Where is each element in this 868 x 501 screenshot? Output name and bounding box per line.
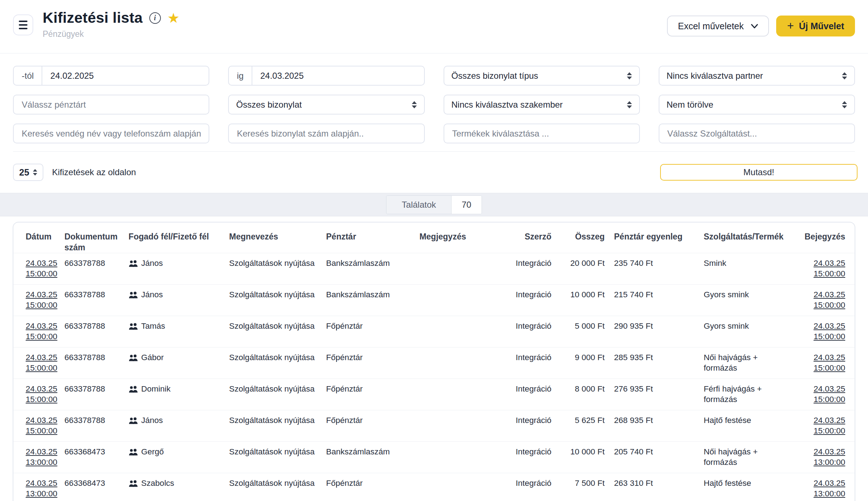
- amount-cell: 5 000 Ft: [561, 316, 614, 347]
- balance-cell: 268 935 Ft: [614, 410, 704, 442]
- filters-section: -tól 24.02.2025 ig 24.03.2025 Összes biz…: [0, 53, 868, 152]
- partner-select[interactable]: Nincs kiválasztva partner: [659, 66, 855, 86]
- date-from-field[interactable]: -tól 24.02.2025: [13, 66, 209, 86]
- balance-cell: 290 935 Ft: [614, 316, 704, 347]
- header-actions: Excel műveletek + Új Művelet: [667, 16, 855, 36]
- row-entry-link[interactable]: 24.03.2515:00:00: [796, 352, 845, 373]
- page-size-value: 25: [19, 167, 29, 178]
- products-select-input[interactable]: [444, 124, 640, 143]
- document-number-cell: 663378788: [64, 410, 128, 442]
- hamburger-menu-button[interactable]: [13, 14, 33, 35]
- breadcrumb: Pénzügyek: [43, 29, 180, 39]
- payments-table: Dátum Dokumentum szám Fogadó fél/Fizető …: [13, 223, 855, 501]
- document-number-cell: 663378788: [64, 379, 128, 410]
- excel-operations-label: Excel műveletek: [678, 21, 744, 31]
- people-icon: [129, 323, 138, 330]
- cash-register-cell: Bankszámlaszám: [326, 253, 419, 285]
- table-row: 24.03.2515:00:00 663378788 János Szolgál…: [13, 285, 855, 316]
- date-cell: 24.03.2515:00:00: [13, 316, 64, 347]
- people-icon: [129, 291, 138, 299]
- date-to-field[interactable]: ig 24.03.2025: [228, 66, 424, 86]
- deleted-select-value: Nem törölve: [667, 100, 713, 110]
- document-type-select[interactable]: Összes bizonylat típus: [444, 66, 640, 86]
- date-to-prefix: ig: [229, 66, 252, 85]
- author-cell: Integráció: [506, 316, 561, 347]
- favorite-star-icon[interactable]: ★: [167, 11, 180, 25]
- col-date: Dátum: [13, 223, 64, 253]
- balance-cell: 276 935 Ft: [614, 379, 704, 410]
- note-cell: [419, 347, 506, 379]
- name-cell: Szolgáltatások nyújtása: [229, 379, 326, 410]
- entry-cell: 24.03.2515:00:00: [796, 379, 855, 410]
- entry-cell: 24.03.2513:00:00: [796, 473, 855, 501]
- table-row: 24.03.2515:00:00 663378788 Tamás Szolgál…: [13, 316, 855, 347]
- author-cell: Integráció: [506, 285, 561, 316]
- results-tab-label[interactable]: Találatok: [386, 196, 452, 214]
- results-tabs: Találatok 70: [386, 195, 482, 214]
- people-icon: [129, 354, 138, 362]
- service-cell: Női hajvágás + formázás: [704, 347, 796, 379]
- specialist-select[interactable]: Nincs kiválasztva szakember: [444, 95, 640, 115]
- document-select[interactable]: Összes bizonylat: [228, 95, 424, 115]
- row-entry-link[interactable]: 24.03.2515:00:00: [796, 384, 845, 405]
- amount-cell: 5 625 Ft: [561, 410, 614, 442]
- name-cell: Szolgáltatások nyújtása: [229, 285, 326, 316]
- pagination-row: 25 Kifizetések az oldalon Mutasd!: [0, 152, 868, 193]
- amount-cell: 9 000 Ft: [561, 347, 614, 379]
- guest-search-input[interactable]: [13, 124, 209, 143]
- service-select-input[interactable]: [659, 124, 855, 143]
- row-entry-link[interactable]: 24.03.2515:00:00: [796, 321, 845, 342]
- entry-cell: 24.03.2515:00:00: [796, 316, 855, 347]
- amount-cell: 20 000 Ft: [561, 253, 614, 285]
- page-title: Kifizetési lista: [43, 9, 143, 26]
- name-cell: Szolgáltatások nyújtása: [229, 316, 326, 347]
- table-section: Dátum Dokumentum szám Fogadó fél/Fizető …: [0, 216, 868, 501]
- row-entry-link[interactable]: 24.03.2513:00:00: [796, 478, 845, 499]
- party-name: Dominik: [141, 384, 171, 394]
- entry-cell: 24.03.2513:00:00: [796, 442, 855, 473]
- party-cell: Tamás: [129, 316, 229, 347]
- row-entry-link[interactable]: 24.03.2515:00:00: [796, 258, 845, 279]
- table-row: 24.03.2513:00:00 663368473 Gergő Szolgál…: [13, 442, 855, 473]
- row-date-link[interactable]: 24.03.2515:00:00: [26, 352, 55, 373]
- select-arrows-icon: [627, 72, 632, 79]
- partner-select-value: Nincs kiválasztva partner: [667, 71, 763, 81]
- name-cell: Szolgáltatások nyújtása: [229, 347, 326, 379]
- col-amount: Összeg: [561, 223, 614, 253]
- info-icon[interactable]: i: [149, 12, 161, 24]
- author-cell: Integráció: [506, 379, 561, 410]
- cash-register-cell: Bankszámlaszám: [326, 442, 419, 473]
- row-date-link[interactable]: 24.03.2513:00:00: [26, 478, 55, 499]
- entry-cell: 24.03.2515:00:00: [796, 347, 855, 379]
- author-cell: Integráció: [506, 410, 561, 442]
- date-cell: 24.03.2515:00:00: [13, 285, 64, 316]
- row-date-link[interactable]: 24.03.2513:00:00: [26, 446, 55, 467]
- table-body: 24.03.2515:00:00 663378788 János Szolgál…: [13, 253, 855, 501]
- row-entry-link[interactable]: 24.03.2515:00:00: [796, 415, 845, 436]
- row-date-link[interactable]: 24.03.2515:00:00: [26, 289, 55, 310]
- results-count-badge[interactable]: 70: [452, 196, 482, 214]
- date-from-value[interactable]: 24.02.2025: [42, 71, 102, 81]
- date-to-value[interactable]: 24.03.2025: [252, 71, 312, 81]
- row-date-link[interactable]: 24.03.2515:00:00: [26, 258, 55, 279]
- row-entry-link[interactable]: 24.03.2513:00:00: [796, 446, 845, 467]
- row-entry-link[interactable]: 24.03.2515:00:00: [796, 289, 845, 310]
- page-size-select[interactable]: 25: [13, 164, 43, 181]
- document-number-search-input[interactable]: [228, 124, 424, 143]
- deleted-select[interactable]: Nem törölve: [659, 95, 855, 115]
- name-cell: Szolgáltatások nyújtása: [229, 253, 326, 285]
- document-number-cell: 663368473: [64, 473, 128, 501]
- row-date-link[interactable]: 24.03.2515:00:00: [26, 321, 55, 342]
- row-date-link[interactable]: 24.03.2515:00:00: [26, 384, 55, 405]
- row-date-link[interactable]: 24.03.2515:00:00: [26, 415, 55, 436]
- party-name: Szabolcs: [141, 478, 174, 488]
- service-cell: Gyors smink: [704, 316, 796, 347]
- show-button[interactable]: Mutasd!: [660, 164, 858, 181]
- amount-cell: 7 500 Ft: [561, 473, 614, 501]
- table-row: 24.03.2515:00:00 663378788 János Szolgál…: [13, 253, 855, 285]
- new-action-button[interactable]: + Új Művelet: [776, 16, 855, 36]
- party-name: Gábor: [141, 352, 164, 363]
- excel-operations-button[interactable]: Excel műveletek: [667, 16, 769, 36]
- name-cell: Szolgáltatások nyújtása: [229, 410, 326, 442]
- cashier-input[interactable]: [13, 95, 209, 115]
